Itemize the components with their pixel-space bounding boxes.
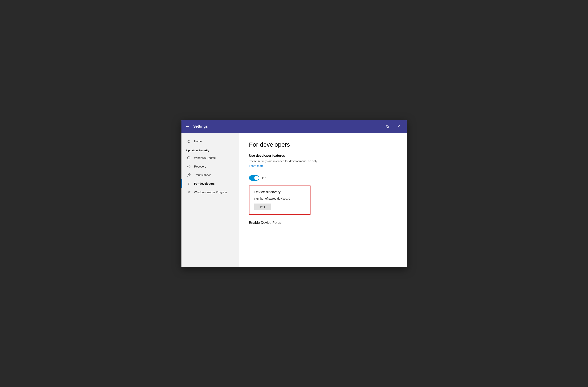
windows-update-icon xyxy=(186,156,191,160)
enable-device-portal-title: Enable Device Portal xyxy=(249,221,397,225)
page-title: For developers xyxy=(249,141,397,148)
sidebar-item-troubleshoot[interactable]: Troubleshoot xyxy=(181,171,239,179)
developer-mode-toggle-row: On xyxy=(249,175,397,181)
windows-insider-icon xyxy=(186,191,191,194)
sidebar-item-for-developers[interactable]: For developers xyxy=(181,179,239,188)
paired-devices-text: Number of paired devices: 0 xyxy=(254,197,305,200)
back-button[interactable]: ← xyxy=(186,124,190,129)
content-area: Home Update & Security Windows Update xyxy=(181,133,407,267)
recovery-icon xyxy=(186,165,191,168)
device-discovery-box: Device discovery Number of paired device… xyxy=(249,186,311,214)
for-developers-icon xyxy=(186,182,191,186)
titlebar: ← Settings ⧉ ✕ xyxy=(181,120,407,133)
home-icon xyxy=(186,139,191,143)
troubleshoot-label: Troubleshoot xyxy=(194,174,211,177)
sidebar-item-home[interactable]: Home xyxy=(181,137,239,146)
windows-insider-program-label: Windows Insider Program xyxy=(194,191,227,194)
home-label: Home xyxy=(194,140,202,143)
sidebar: Home Update & Security Windows Update xyxy=(181,133,239,267)
use-developer-features-title: Use developer features xyxy=(249,154,397,157)
toggle-knob xyxy=(254,176,259,180)
main-content: For developers Use developer features Th… xyxy=(239,133,407,267)
for-developers-label: For developers xyxy=(194,182,215,185)
sidebar-item-recovery[interactable]: Recovery xyxy=(181,162,239,171)
window-title: Settings xyxy=(193,124,384,129)
window-controls: ⧉ ✕ xyxy=(384,123,403,130)
close-button[interactable]: ✕ xyxy=(395,123,403,130)
svg-point-7 xyxy=(189,191,190,192)
device-discovery-title: Device discovery xyxy=(254,190,305,194)
toggle-state-label: On xyxy=(262,176,266,180)
learn-more-link[interactable]: Learn more xyxy=(249,164,264,168)
recovery-label: Recovery xyxy=(194,165,206,168)
minimize-restore-button[interactable]: ⧉ xyxy=(384,123,391,130)
developer-mode-toggle[interactable] xyxy=(249,175,259,181)
sidebar-section-title: Update & Security xyxy=(181,146,239,154)
settings-window: ← Settings ⧉ ✕ Home Update & Security xyxy=(181,120,407,267)
pair-button[interactable]: Pair xyxy=(254,204,271,210)
sidebar-item-windows-update[interactable]: Windows Update xyxy=(181,154,239,162)
windows-update-label: Windows Update xyxy=(194,156,216,159)
svg-point-6 xyxy=(188,191,189,192)
sidebar-item-windows-insider-program[interactable]: Windows Insider Program xyxy=(181,188,239,196)
troubleshoot-icon xyxy=(186,173,191,177)
developer-features-description: These settings are intended for developm… xyxy=(249,159,397,163)
